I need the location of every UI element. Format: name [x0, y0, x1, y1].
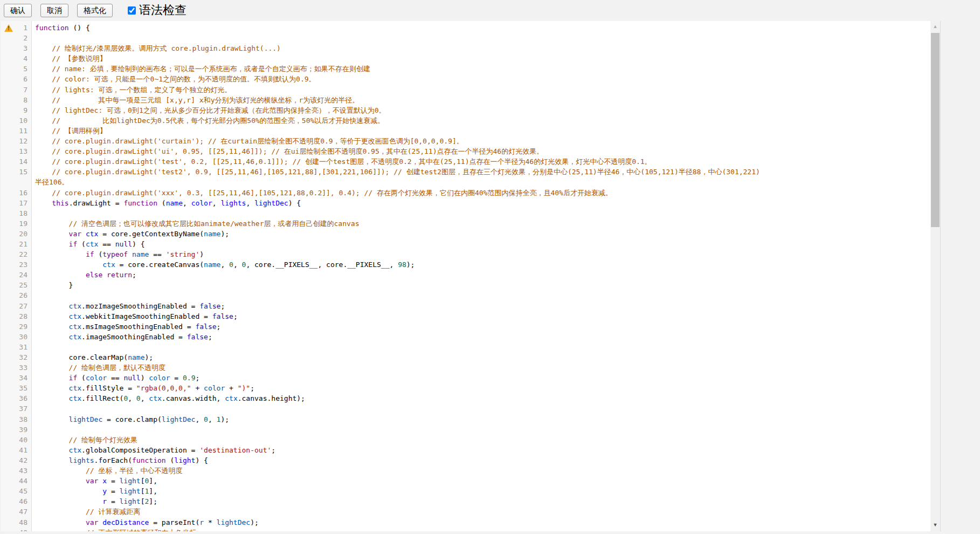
code-line-text[interactable]: else return;	[32, 270, 930, 280]
code-line-text[interactable]: ctx.mozImageSmoothingEnabled = false;	[32, 301, 930, 311]
code-line-text[interactable]: y = light[1],	[32, 486, 930, 496]
code-line[interactable]: 2	[1, 33, 930, 43]
code-line-text[interactable]: // color: 可选，只能是一个0~1之间的数，为不透明度的值。不填则默认为…	[32, 74, 930, 84]
code-line[interactable]: 42 lights.forEach(function (light) {	[1, 455, 930, 465]
code-line-text[interactable]: // 绘制每个灯光效果	[32, 435, 930, 445]
code-line[interactable]: 40 // 绘制每个灯光效果	[1, 435, 930, 445]
code-line-text[interactable]: // lightDec: 可选，0到1之间，光从多少百分比才开始衰减（在此范围内…	[32, 105, 930, 115]
code-line[interactable]: 24 else return;	[1, 270, 930, 280]
format-button[interactable]: 格式化	[77, 4, 113, 17]
code-line-text[interactable]: // core.plugin.drawLight('xxx', 0.3, [[2…	[32, 188, 930, 198]
code-line[interactable]: 26	[1, 290, 930, 300]
code-line[interactable]: 25 }	[1, 280, 930, 290]
code-line[interactable]: 3 // 绘制灯光/漆黑层效果。调用方式 core.plugin.drawLig…	[1, 43, 930, 53]
code-line-text[interactable]: 半径106。	[32, 177, 930, 187]
code-line-text[interactable]	[32, 290, 930, 300]
code-line[interactable]: 20 var ctx = core.getContextByName(name)…	[1, 229, 930, 239]
code-line[interactable]: 19 // 清空色调层；也可以修改成其它层比如animate/weather层，…	[1, 218, 930, 229]
warning-triangle-icon[interactable]	[4, 24, 13, 32]
code-line[interactable]: 8 // 其中每一项是三元组 [x,y,r] x和y分别为该灯光的横纵坐标，r为…	[1, 95, 930, 105]
code-line[interactable]: 4 // 【参数说明】	[1, 53, 930, 64]
code-line-text[interactable]: // core.plugin.drawLight('test2', 0.9, […	[32, 167, 930, 177]
code-line-text[interactable]: // core.plugin.drawLight('curtain'); // …	[32, 136, 930, 146]
code-line-text[interactable]: // 正方形区域的直径和左上角坐标	[32, 528, 930, 531]
code-line[interactable]: 35 ctx.fillStyle = "rgba(0,0,0," + color…	[1, 383, 930, 393]
code-line-text[interactable]: // name: 必填，要绘制到的画布名；可以是一个系统画布，或者是个自定义画布…	[32, 64, 930, 74]
code-line[interactable]: 14 // core.plugin.drawLight('test', 0.2,…	[1, 156, 930, 167]
scrollbar-thumb[interactable]	[931, 33, 940, 227]
scrollbar-up-icon[interactable]: ▲	[930, 22, 940, 31]
code-line[interactable]: 半径106。	[1, 177, 930, 187]
code-line-text[interactable]: // 【调用样例】	[32, 126, 930, 136]
code-line[interactable]: 47 // 计算衰减距离	[1, 506, 930, 517]
code-line-text[interactable]: }	[32, 280, 930, 290]
code-line-text[interactable]: function () {	[32, 23, 930, 33]
code-line-text[interactable]: this.drawLight = function (name, color, …	[32, 198, 930, 208]
code-line-text[interactable]: ctx.webkitImageSmoothingEnabled = false;	[32, 311, 930, 321]
code-line[interactable]: 43 // 坐标，半径，中心不透明度	[1, 465, 930, 476]
code-line-text[interactable]: // 其中每一项是三元组 [x,y,r] x和y分别为该灯光的横纵坐标，r为该灯…	[32, 95, 930, 105]
code-line[interactable]: 5 // name: 必填，要绘制到的画布名；可以是一个系统画布，或者是个自定义…	[1, 64, 930, 74]
code-line[interactable]: 32 core.clearMap(name);	[1, 352, 930, 362]
code-line-text[interactable]: // 坐标，半径，中心不透明度	[32, 465, 930, 476]
code-line[interactable]: 28 ctx.webkitImageSmoothingEnabled = fal…	[1, 311, 930, 321]
code-line-text[interactable]: if (color == null) color = 0.9;	[32, 373, 930, 383]
code-line-text[interactable]: // 清空色调层；也可以修改成其它层比如animate/weather层，或者用…	[32, 218, 930, 229]
code-line-text[interactable]: // 绘制色调层，默认不透明度	[32, 362, 930, 373]
code-line[interactable]: 46 r = light[2];	[1, 496, 930, 506]
code-line[interactable]: 41 ctx.globalCompositeOperation = 'desti…	[1, 445, 930, 455]
code-line-text[interactable]: lightDec = core.clamp(lightDec, 0, 1);	[32, 414, 930, 425]
code-line-text[interactable]: ctx.globalCompositeOperation = 'destinat…	[32, 445, 930, 455]
code-line-text[interactable]: var ctx = core.getContextByName(name);	[32, 229, 930, 239]
code-line[interactable]: 7 // lights: 可选，一个数组，定义了每个独立的灯光。	[1, 85, 930, 95]
code-line[interactable]: 12 // core.plugin.drawLight('curtain'); …	[1, 136, 930, 146]
code-line[interactable]: 1function () {	[1, 23, 930, 33]
code-line-text[interactable]: ctx.fillStyle = "rgba(0,0,0," + color + …	[32, 383, 930, 393]
code-line[interactable]: 48 var decDistance = parseInt(r * lightD…	[1, 517, 930, 528]
code-line-text[interactable]: var decDistance = parseInt(r * lightDec)…	[32, 517, 930, 528]
code-line-text[interactable]	[32, 342, 930, 352]
confirm-button[interactable]: 确认	[4, 4, 32, 17]
code-editor[interactable]: 1function () {23 // 绘制灯光/漆黑层效果。调用方式 core…	[1, 21, 941, 531]
code-line[interactable]: 27 ctx.mozImageSmoothingEnabled = false;	[1, 301, 930, 311]
code-line-text[interactable]: ctx.msImageSmoothingEnabled = false;	[32, 321, 930, 332]
code-line-text[interactable]: ctx = core.createCanvas(name, 0, 0, core…	[32, 259, 930, 270]
code-line-text[interactable]: // core.plugin.drawLight('test', 0.2, [[…	[32, 156, 930, 167]
code-line[interactable]: 39	[1, 425, 930, 435]
code-line-text[interactable]: if (typeof name == 'string')	[32, 249, 930, 259]
code-line[interactable]: 18	[1, 208, 930, 218]
code-line-text[interactable]: // 【参数说明】	[32, 53, 930, 64]
code-line-text[interactable]	[32, 403, 930, 414]
code-line[interactable]: 16 // core.plugin.drawLight('xxx', 0.3, …	[1, 188, 930, 198]
code-line[interactable]: 13 // core.plugin.drawLight('ui', 0.95, …	[1, 146, 930, 156]
cancel-button[interactable]: 取消	[40, 4, 68, 17]
code-area[interactable]: 1function () {23 // 绘制灯光/漆黑层效果。调用方式 core…	[1, 21, 930, 531]
code-line[interactable]: 6 // color: 可选，只能是一个0~1之间的数，为不透明度的值。不填则默…	[1, 74, 930, 84]
code-line-text[interactable]: // lights: 可选，一个数组，定义了每个独立的灯光。	[32, 85, 930, 95]
code-line[interactable]: 22 if (typeof name == 'string')	[1, 249, 930, 259]
code-line-text[interactable]	[32, 425, 930, 435]
code-line-text[interactable]: r = light[2];	[32, 496, 930, 506]
code-line[interactable]: 34 if (color == null) color = 0.9;	[1, 373, 930, 383]
code-line[interactable]: 31	[1, 342, 930, 352]
code-line-text[interactable]: if (ctx == null) {	[32, 239, 930, 249]
code-line[interactable]: 44 var x = light[0],	[1, 476, 930, 486]
code-line-text[interactable]: lights.forEach(function (light) {	[32, 455, 930, 465]
code-line[interactable]: 21 if (ctx == null) {	[1, 239, 930, 249]
code-line[interactable]: 30 ctx.imageSmoothingEnabled = false;	[1, 332, 930, 342]
code-line-text[interactable]: // 计算衰减距离	[32, 506, 930, 517]
code-line-text[interactable]: // 绘制灯光/漆黑层效果。调用方式 core.plugin.drawLight…	[32, 43, 930, 53]
code-line[interactable]: 10 // 比如lightDec为0.5代表，每个灯光部分内圈50%的范围全亮，…	[1, 115, 930, 126]
code-line-text[interactable]	[32, 208, 930, 218]
vertical-scrollbar[interactable]: ▲ ▼	[930, 21, 940, 531]
code-line-text[interactable]: // 比如lightDec为0.5代表，每个灯光部分内圈50%的范围全亮，50%…	[32, 115, 930, 126]
code-line-text[interactable]: var x = light[0],	[32, 476, 930, 486]
code-line-text[interactable]: core.clearMap(name);	[32, 352, 930, 362]
code-line-text[interactable]	[32, 33, 930, 43]
code-line[interactable]: 45 y = light[1],	[1, 486, 930, 496]
code-line[interactable]: 23 ctx = core.createCanvas(name, 0, 0, c…	[1, 259, 930, 270]
syntax-check-toggle[interactable]: 语法检查	[128, 2, 187, 18]
code-line[interactable]: 11 // 【调用样例】	[1, 126, 930, 136]
code-line[interactable]: 29 ctx.msImageSmoothingEnabled = false;	[1, 321, 930, 332]
code-line[interactable]: 9 // lightDec: 可选，0到1之间，光从多少百分比才开始衰减（在此范…	[1, 105, 930, 115]
